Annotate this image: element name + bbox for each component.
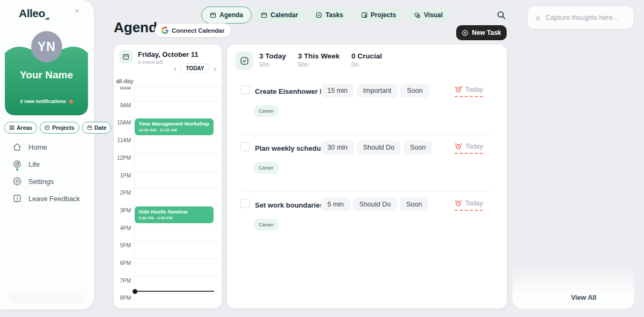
tasks-header-icon [235,51,253,70]
filter-date-button[interactable]: Date [82,122,112,134]
projects-icon [361,12,368,18]
due-indicator[interactable]: Today [455,86,483,97]
sidebar-footer [10,293,85,303]
bottom-fade [513,266,634,308]
task-checkbox[interactable] [240,85,250,94]
tab-calendar[interactable]: Calendar [254,8,305,22]
sidebar-filters: Areas Projects Date [4,122,111,134]
hour-line [134,171,217,172]
projects-board-icon [45,125,50,130]
sidebar-item-home-label: Home [28,143,47,151]
task-badges: 30 min Should Do Soon [321,141,432,154]
due-indicator[interactable]: Today [455,143,483,154]
tab-projects[interactable]: Projects [354,8,403,22]
calendar-icon [261,12,267,18]
tasks-check-icon [316,12,322,18]
new-task-button[interactable]: New Task [456,25,507,40]
category-tag[interactable]: Career [254,162,279,174]
hour-label: 10AM [114,120,131,126]
calendar-panel: Friday, October 11 0 event left ‹ TODAY … [114,45,222,308]
when-badge[interactable]: Soon [404,141,432,154]
task-badges: 5 min Should Do Soon [321,197,428,211]
task-checkbox[interactable] [240,142,250,151]
hour-line [134,101,217,101]
google-icon [162,27,169,34]
due-label: Today [465,86,483,93]
capture-thoughts-input[interactable] [546,14,626,21]
event-title: Side Hustle Seminar [138,209,210,215]
hour-label: 8PM [114,295,131,301]
next-day-icon[interactable]: › [214,65,216,72]
active-indicator-dot [16,168,18,171]
sidebar-item-leave-feedback[interactable]: Leave Feedback [13,190,80,207]
duration-badge[interactable]: 30 min [321,141,354,154]
stat-this-week-duration: 50m [298,62,340,68]
tab-projects-label: Projects [371,11,396,19]
visual-icon [414,12,421,19]
notifications-text[interactable]: 2 new notifications [5,98,88,104]
tab-visual[interactable]: Visual [407,8,450,22]
avatar[interactable]: YN [31,31,62,62]
filter-projects-button[interactable]: Projects [40,122,79,134]
current-time-indicator[interactable] [135,291,214,292]
hour-line [134,293,217,294]
event-time: 3:00 PM - 4:00 PM [138,216,210,220]
stat-this-week-value: 3 This Week [298,52,340,60]
event-time: 10:00 AM - 11:00 AM [138,128,210,132]
duration-badge[interactable]: 5 min [321,197,350,211]
hour-label: 5PM [114,242,131,248]
task-badges: 15 min Important Soon [321,84,429,98]
areas-grid-icon [9,125,14,130]
due-label: Today [465,143,483,150]
stat-crucial-value: 0 Crucial [352,52,382,60]
calendar-event[interactable]: Time Management Workshop 10:00 AM - 11:0… [135,119,214,135]
today-button[interactable]: TODAY [180,63,210,73]
sidebar-item-life-label: Life [28,160,40,168]
sidebar-item-life[interactable]: Life [13,156,80,173]
event-title: Time Management Workshop [138,121,210,127]
task-row: Plan weekly schedule 30 min Should Do So… [227,137,507,191]
duration-badge[interactable]: 15 min [321,84,354,98]
hour-label: 11AM [114,137,131,143]
date-calendar-icon [87,125,92,130]
notification-dot [69,100,73,104]
calendar-event[interactable]: Side Hustle Seminar 3:00 PM - 4:00 PM [135,207,214,223]
category-tag[interactable]: Career [254,105,279,117]
category-tag[interactable]: Career [254,219,279,231]
due-indicator[interactable]: Today [455,200,483,211]
life-target-icon [13,160,21,168]
when-badge[interactable]: Soon [400,197,428,211]
view-all-link[interactable]: View All [571,294,596,301]
due-label: Today [465,200,483,207]
tab-agenda-label: Agenda [219,11,243,19]
priority-badge[interactable]: Important [357,84,398,98]
sidebar-item-home[interactable]: Home [13,138,80,156]
tab-agenda[interactable]: Agenda [203,8,250,22]
connect-calendar-button[interactable]: Connect Calendar [155,23,231,38]
stat-crucial: 0 Crucial 0m [352,52,382,68]
filter-areas-label: Areas [17,124,32,131]
task-checkbox[interactable] [240,199,250,208]
filter-projects-label: Projects [52,124,74,131]
task-title[interactable]: Set work boundaries [255,201,324,209]
filter-areas-button[interactable]: Areas [4,122,37,134]
priority-badge[interactable]: Should Do [357,141,401,154]
when-badge[interactable]: Soon [400,84,429,98]
priority-badge[interactable]: Should Do [353,197,397,211]
hour-label: 9AM [114,102,131,108]
top-navigation: Agenda Calendar Tasks Projects Visual [203,8,450,22]
prev-day-icon[interactable]: ‹ [174,65,177,72]
task-title[interactable]: Plan weekly schedule [255,144,327,152]
agenda-icon [210,12,216,18]
hour-label: 3PM [114,208,131,213]
sidebar-item-settings-label: Settings [28,178,54,186]
hour-label: 12PM [114,155,131,161]
sidebar-item-settings[interactable]: Settings [13,173,80,190]
tab-tasks[interactable]: Tasks [309,8,350,22]
gear-icon [13,177,21,186]
search-icon[interactable] [496,10,506,20]
feedback-icon [13,194,21,203]
hour-line [134,224,217,224]
sidebar-collapse-icon[interactable]: « [75,6,79,14]
capture-thoughts-card [527,5,634,30]
